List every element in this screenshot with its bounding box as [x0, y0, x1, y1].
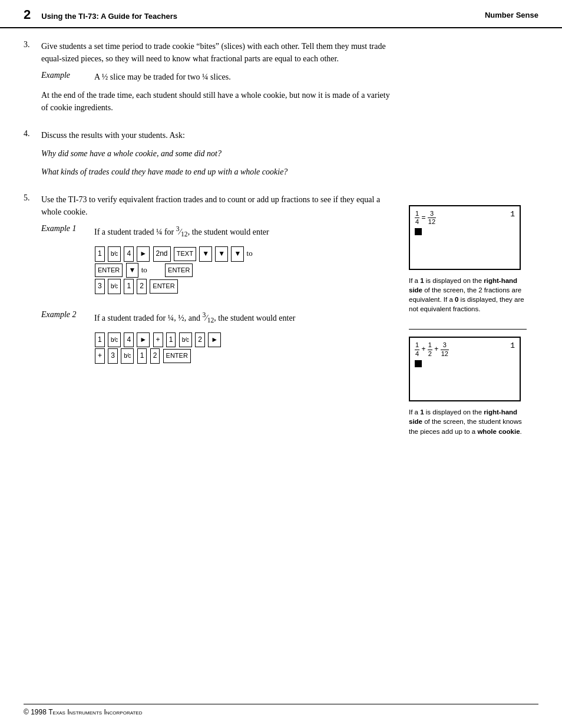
left-column: 3. Give students a set time period to tr… — [24, 40, 409, 444]
key-plus2: + — [95, 348, 105, 364]
item-5-number: 5. — [24, 193, 35, 380]
example-content-3: A ½ slice may be traded for two ¼ slices… — [94, 71, 397, 83]
key-2a: 2 — [137, 279, 147, 294]
screen1-formula: 1 4 = 3 12 — [415, 210, 436, 226]
example1-content: If a student traded ¼ for 3⁄12, the stud… — [94, 224, 269, 298]
list-item-3: 3. Give students a set time period to tr… — [24, 40, 397, 120]
example2-row: Example 2 If a student traded for ¼, ½, … — [41, 310, 397, 368]
key-bc2: b⁄c — [108, 279, 121, 294]
example1-text: If a student traded ¼ for 3⁄12, the stud… — [94, 224, 269, 240]
key-4b: 4 — [124, 332, 134, 348]
item-3-para2: At the end of the trade time, each stude… — [41, 89, 397, 114]
key-dn4: ▼ — [126, 263, 139, 278]
header-left: 2 Using the TI-73: A Guide for Teachers — [24, 7, 177, 22]
screen2-cursor — [415, 360, 422, 367]
key-enter2: ENTER — [165, 263, 193, 278]
screen1-note: If a 1 is displayed on the right-hand si… — [409, 276, 527, 314]
item-4-lead: Discuss the results with your students. … — [41, 129, 397, 141]
item-4-body: Discuss the results with your students. … — [41, 129, 397, 184]
page-header: 2 Using the TI-73: A Guide for Teachers … — [0, 0, 562, 28]
key-1e: 1 — [137, 348, 147, 364]
key-right3: ► — [208, 332, 221, 348]
key-2c: 2 — [150, 348, 160, 364]
key-3b: 3 — [108, 348, 118, 364]
screen1-right-val: 1 — [510, 210, 515, 219]
item-4-italic2: What kinds of trades could they have mad… — [41, 166, 397, 178]
item-4-number: 4. — [24, 129, 35, 184]
key-bc5: b⁄c — [121, 348, 134, 364]
separator-line — [409, 329, 527, 330]
main-content: 3. Give students a set time period to tr… — [0, 40, 562, 468]
key-2b: 2 — [195, 332, 205, 348]
right-column: 1 4 = 3 12 1 — [409, 40, 538, 444]
item-3-number: 3. — [24, 40, 35, 120]
calc-screen-2: 1 4 + 1 2 + — [409, 337, 521, 401]
key-3a: 3 — [95, 279, 105, 294]
key-enter4: ENTER — [163, 349, 191, 363]
key-right2: ► — [137, 332, 150, 348]
screen1-cursor — [415, 228, 422, 235]
example-label-3: Example — [41, 71, 88, 83]
example2-text: If a student traded for ¼, ½, and 3⁄12, … — [94, 310, 295, 326]
key-text: TEXT — [174, 247, 196, 261]
header-title: Using the TI-73: A Guide for Teachers — [41, 12, 177, 21]
to-label-2: to — [141, 265, 147, 274]
example2-keys: 1 b⁄c 4 ► + 1 b⁄c 2 ► + — [94, 332, 295, 364]
screen2-formula: 1 4 + 1 2 + — [415, 341, 449, 357]
to-label-1: to — [247, 249, 253, 258]
right-wrapper: 1 4 = 3 12 1 — [409, 40, 538, 444]
item-3-body: Give students a set time period to trade… — [41, 40, 397, 120]
key-dn3: ▼ — [231, 246, 244, 262]
key-1d: 1 — [166, 332, 176, 348]
key-plus1: + — [153, 332, 163, 348]
item-3-example: Example A ½ slice may be traded for two … — [41, 71, 397, 83]
key-2nd: 2nd — [153, 246, 171, 262]
list-item-4: 4. Discuss the results with your student… — [24, 129, 397, 184]
item-5-body: Use the TI-73 to verify equivalent fract… — [41, 193, 397, 380]
key-bc1: b⁄c — [108, 246, 121, 262]
key-dn2: ▼ — [215, 246, 228, 262]
page-number: 2 — [24, 7, 31, 22]
key-1a: 1 — [95, 246, 105, 262]
list-item-5: 5. Use the TI-73 to verify equivalent fr… — [24, 193, 397, 380]
item-3-para1: Give students a set time period to trade… — [41, 40, 397, 65]
example1-label: Example 1 — [41, 224, 88, 298]
item-5-lead: Use the TI-73 to verify equivalent fract… — [41, 193, 397, 218]
key-enter1: ENTER — [95, 263, 123, 278]
key-bc3: b⁄c — [108, 332, 121, 348]
page: 2 Using the TI-73: A Guide for Teachers … — [0, 0, 562, 728]
example2-label: Example 2 — [41, 310, 88, 368]
key-4: 4 — [124, 246, 134, 262]
key-1c: 1 — [95, 332, 105, 348]
key-dn1: ▼ — [199, 246, 212, 262]
footer-text: © 1998 Texas Instruments Incorporated — [24, 708, 142, 716]
example1-row: Example 1 If a student traded ¼ for 3⁄12… — [41, 224, 397, 298]
header-section: Number Sense — [485, 11, 538, 19]
screen2-note: If a 1 is displayed on the right-hand si… — [409, 407, 527, 436]
key-1b: 1 — [124, 279, 134, 294]
calc-screen-1: 1 4 = 3 12 1 — [409, 205, 521, 270]
key-right1: ► — [137, 246, 150, 262]
screen2-right-val: 1 — [510, 341, 515, 350]
page-footer: © 1998 Texas Instruments Incorporated — [24, 704, 538, 716]
item-4-italic1: Why did some have a whole cookie, and so… — [41, 147, 397, 160]
example1-keys: 1 b⁄c 4 ► 2nd TEXT ▼ ▼ ▼ to — [94, 246, 269, 295]
key-enter3: ENTER — [150, 279, 177, 294]
key-bc4: b⁄c — [179, 332, 192, 348]
example2-content: If a student traded for ¼, ½, and 3⁄12, … — [94, 310, 295, 368]
